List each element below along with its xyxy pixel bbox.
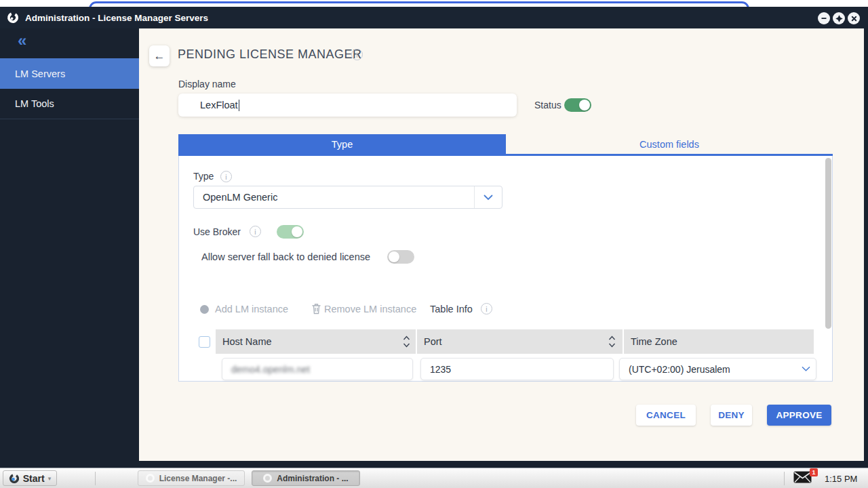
use-broker-label: Use Broker: [193, 226, 241, 237]
toggle-knob: [579, 100, 590, 110]
tab-custom-fields[interactable]: Custom fields: [506, 134, 833, 154]
type-info-icon[interactable]: i: [220, 171, 232, 182]
column-header-label: Time Zone: [631, 336, 677, 347]
taskbar-divider: [784, 472, 785, 485]
mail-tray-button[interactable]: 1: [793, 471, 814, 486]
close-icon: [850, 15, 858, 22]
taskbar-item-administration[interactable]: Administration - ...: [252, 470, 360, 486]
status-toggle[interactable]: [564, 98, 591, 112]
start-logo-icon: [9, 473, 20, 484]
minimize-button[interactable]: [818, 12, 830, 24]
fallback-label: Allow server fall back to denied license: [201, 251, 370, 262]
back-arrow-icon: ←: [154, 49, 165, 63]
app-ring-icon: [263, 474, 272, 483]
type-label: Type: [193, 171, 214, 182]
taskbar-item-label: Administration - ...: [277, 474, 348, 483]
column-header-label: Port: [424, 336, 442, 347]
collapse-sidebar-icon[interactable]: «: [18, 33, 26, 49]
tab-label: Type: [332, 139, 353, 150]
use-broker-toggle[interactable]: [277, 225, 304, 239]
tab-underline: [178, 154, 833, 156]
window-controls: [818, 12, 860, 24]
window-titlebar: Administration - License Manager Servers: [0, 7, 868, 28]
screen: Administration - License Manager Servers…: [0, 0, 868, 488]
mail-badge: 1: [810, 468, 818, 476]
maximize-icon: [835, 14, 844, 23]
page-title-info-icon[interactable]: i: [351, 49, 363, 60]
remove-lm-instance-button[interactable]: Remove LM instance: [324, 304, 416, 314]
column-header-time-zone[interactable]: Time Zone: [624, 329, 814, 354]
start-button[interactable]: Start ▾: [3, 470, 57, 486]
table-info-icon[interactable]: i: [481, 303, 492, 314]
minimize-icon: [820, 14, 828, 22]
sidebar-item-lm-tools[interactable]: LM Tools: [0, 89, 139, 119]
timezone-select[interactable]: (UTC+02:00) Jerusalem: [619, 358, 816, 380]
back-button[interactable]: ←: [149, 45, 170, 66]
type-select-value: OpenLM Generic: [194, 192, 474, 203]
scrollbar-thumb[interactable]: [825, 158, 831, 329]
port-input[interactable]: 1235: [420, 358, 614, 380]
deny-button[interactable]: DENY: [711, 405, 752, 426]
openlm-logo-icon: [7, 12, 19, 24]
display-name-value: LexFloat: [200, 100, 238, 110]
maximize-button[interactable]: [833, 12, 845, 24]
fallback-toggle[interactable]: [387, 250, 414, 264]
taskbar: Start ▾ License Manager -... Administrat…: [0, 468, 868, 488]
column-header-host-name[interactable]: Host Name: [216, 329, 416, 354]
taskbar-divider: [95, 472, 96, 485]
port-value: 1235: [430, 364, 451, 375]
display-name-input[interactable]: LexFloat: [178, 94, 517, 117]
taskbar-item-label: License Manager -...: [159, 474, 237, 483]
type-select[interactable]: OpenLM Generic: [193, 186, 502, 209]
sidebar-item-lm-servers[interactable]: LM Servers: [0, 58, 139, 89]
close-button[interactable]: [848, 12, 860, 24]
taskbar-clock: 1:15 PM: [825, 474, 857, 484]
trash-icon: [311, 303, 321, 314]
toggle-knob: [292, 226, 302, 237]
table-info-label: Table Info: [430, 304, 473, 314]
sort-icon[interactable]: [608, 336, 616, 348]
column-header-label: Host Name: [222, 336, 272, 347]
mail-icon: [793, 471, 812, 483]
sort-icon[interactable]: [403, 336, 410, 348]
status-label: Status: [534, 100, 561, 110]
host-name-value: demo4.openlm.net: [231, 364, 310, 375]
display-name-label: Display name: [178, 79, 236, 89]
window-title: Administration - License Manager Servers: [25, 13, 208, 23]
text-caret: [239, 100, 240, 111]
tab-type[interactable]: Type: [178, 134, 506, 154]
start-label: Start: [23, 473, 45, 484]
sidebar-item-label: LM Servers: [15, 68, 65, 79]
cancel-button[interactable]: CANCEL: [636, 405, 696, 426]
select-all-checkbox[interactable]: [199, 336, 210, 348]
tab-label: Custom fields: [639, 139, 699, 150]
page-title: PENDING LICENSE MANAGER: [178, 47, 362, 62]
add-lm-instance-button[interactable]: Add LM instance: [215, 304, 288, 314]
chevron-down-icon: [802, 366, 810, 372]
host-name-input[interactable]: demo4.openlm.net: [222, 358, 413, 380]
chevron-down-icon: [475, 195, 502, 201]
start-caret-icon: ▾: [48, 475, 52, 482]
approve-button[interactable]: APPROVE: [767, 405, 831, 426]
taskbar-item-license-manager[interactable]: License Manager -...: [138, 470, 245, 486]
column-header-port[interactable]: Port: [417, 329, 623, 354]
toggle-knob: [389, 251, 399, 262]
add-circle-icon: [200, 305, 209, 314]
sidebar-item-label: LM Tools: [15, 98, 54, 109]
use-broker-info-icon[interactable]: i: [250, 226, 261, 237]
timezone-value: (UTC+02:00) Jerusalem: [629, 364, 802, 375]
app-ring-icon: [146, 474, 155, 483]
